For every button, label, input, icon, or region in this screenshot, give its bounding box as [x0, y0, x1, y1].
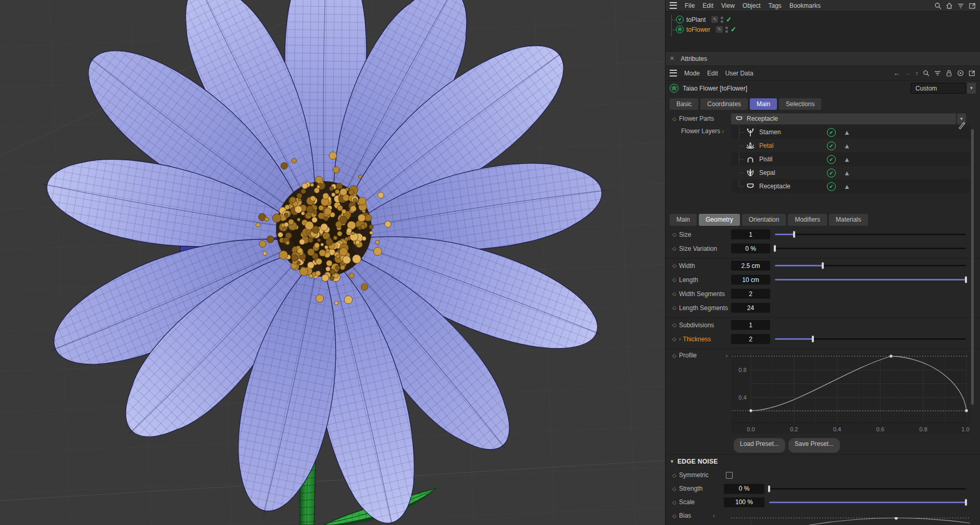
menu-file[interactable]: File	[685, 2, 695, 9]
home-icon[interactable]	[946, 2, 953, 9]
target-icon[interactable]	[957, 70, 964, 77]
object-row-toplant[interactable]: toPlant ✎ ✓	[665, 15, 732, 24]
edit-toggle-icon[interactable]: ✎	[716, 26, 723, 33]
lock-icon[interactable]	[946, 70, 953, 77]
object-row-toflower[interactable]: toFlower ✎ ✓	[665, 24, 736, 34]
expander-icon[interactable]: ›	[713, 513, 714, 519]
visibility-dots-icon[interactable]	[721, 17, 723, 23]
layer-row-pistil[interactable]: Pistil ✓ ▲	[731, 152, 970, 166]
menu-object[interactable]: Object	[743, 2, 761, 9]
scale-slider[interactable]	[769, 499, 966, 506]
tab-selections[interactable]: Selections	[779, 98, 821, 110]
enabled-check-icon[interactable]: ✓	[726, 16, 732, 23]
preset-dropdown[interactable]: Custom	[911, 83, 966, 94]
save-preset-button[interactable]: Save Preset...	[788, 438, 840, 453]
expander-icon[interactable]: ›	[726, 353, 727, 358]
layer-row-receptacle[interactable]: Receptacle ✓ ▲	[731, 180, 970, 193]
menu-edit[interactable]: Edit	[702, 2, 713, 9]
viewport-3d[interactable]	[0, 0, 665, 525]
keyframe-diamond-icon[interactable]: ◇	[670, 500, 679, 505]
keyframe-diamond-icon[interactable]: ◇	[670, 472, 679, 478]
hamburger-menu-icon[interactable]	[670, 70, 677, 76]
close-icon[interactable]: ✕	[670, 55, 674, 62]
length-segments-input[interactable]: 24	[731, 303, 770, 313]
enabled-check-icon[interactable]: ✓	[827, 169, 836, 177]
layer-row-petal[interactable]: Petal ✓ ▲	[731, 139, 970, 152]
filter-icon[interactable]	[934, 70, 941, 77]
keyframe-diamond-icon[interactable]: ◇	[670, 305, 679, 311]
profile-curve-editor[interactable]: 0.80.40.00.20.40.60.81.0	[731, 354, 970, 434]
tab-main[interactable]: Main	[670, 214, 697, 225]
length-input[interactable]: 10 cm	[731, 275, 770, 285]
triangle-icon[interactable]: ▲	[844, 156, 850, 163]
hamburger-menu-icon[interactable]	[670, 2, 677, 9]
search-icon[interactable]	[923, 70, 930, 77]
length-slider[interactable]	[775, 276, 966, 283]
symmetric-checkbox[interactable]	[726, 472, 733, 479]
scrollbar[interactable]	[971, 129, 974, 405]
keyframe-diamond-icon[interactable]: ◇	[670, 486, 679, 492]
keyframe-diamond-icon[interactable]: ◇	[670, 116, 679, 122]
edge-noise-header[interactable]: ▼ EDGE NOISE	[665, 455, 980, 468]
menu-mode[interactable]: Mode	[684, 70, 700, 77]
size-input[interactable]: 1	[731, 229, 770, 239]
size-variation-input[interactable]: 0 %	[731, 244, 770, 253]
keyframe-diamond-icon[interactable]: ◇	[670, 291, 679, 297]
enabled-check-icon[interactable]: ✓	[827, 142, 836, 150]
enabled-check-icon[interactable]: ✓	[827, 182, 836, 191]
triangle-icon[interactable]: ▲	[844, 170, 850, 176]
keyframe-diamond-icon[interactable]: ◇	[670, 277, 679, 283]
tab-modifiers[interactable]: Modifiers	[788, 214, 827, 225]
search-icon[interactable]	[934, 2, 941, 9]
edit-toggle-icon[interactable]: ✎	[711, 16, 718, 23]
subdivisions-input[interactable]: 1	[731, 320, 770, 330]
menu-edit[interactable]: Edit	[707, 70, 718, 77]
width-input[interactable]: 2.5 cm	[731, 261, 770, 271]
size-variation-slider[interactable]	[775, 245, 966, 252]
tab-geometry[interactable]: Geometry	[699, 214, 740, 225]
keyframe-diamond-icon[interactable]: ◇	[670, 246, 679, 251]
object-name[interactable]: toPlant	[686, 16, 706, 23]
keyframe-diamond-icon[interactable]: ◇	[670, 232, 679, 237]
bias-curve-editor[interactable]	[731, 517, 970, 525]
thickness-input[interactable]: 2	[731, 334, 770, 344]
tab-main[interactable]: Main	[750, 98, 777, 110]
width-slider[interactable]	[775, 262, 966, 269]
up-arrow-icon[interactable]: ↑	[915, 70, 919, 76]
back-arrow-icon[interactable]: ←	[894, 70, 900, 76]
keyframe-diamond-icon[interactable]: ◇	[670, 353, 679, 358]
menu-user-data[interactable]: User Data	[725, 70, 753, 77]
enabled-check-icon[interactable]: ✓	[827, 128, 836, 137]
load-preset-button[interactable]: Load Preset...	[734, 438, 785, 453]
menu-view[interactable]: View	[721, 2, 735, 9]
expander-icon[interactable]: ›	[679, 336, 681, 342]
scale-input[interactable]: 100 %	[724, 497, 764, 507]
layer-row-stamen[interactable]: Stamen ✓ ▲	[731, 125, 970, 139]
triangle-icon[interactable]: ▲	[844, 129, 850, 136]
flower-object-icon[interactable]	[676, 25, 684, 33]
keyframe-diamond-icon[interactable]: ◇	[670, 263, 679, 268]
keyframe-diamond-icon[interactable]: ◇	[670, 322, 679, 328]
keyframe-diamond-icon[interactable]: ◇	[670, 336, 679, 342]
chevron-down-icon[interactable]: ▼	[670, 459, 674, 464]
tab-orientation[interactable]: Orientation	[742, 214, 786, 225]
visibility-dots-icon[interactable]	[725, 27, 728, 33]
size-slider[interactable]	[775, 231, 966, 238]
tab-materials[interactable]: Materials	[829, 214, 868, 225]
thickness-slider[interactable]	[775, 336, 966, 342]
strength-slider[interactable]	[769, 485, 966, 492]
plant-object-icon[interactable]	[676, 16, 684, 23]
width-segments-input[interactable]: 2	[731, 289, 770, 299]
enabled-check-icon[interactable]: ✓	[827, 155, 836, 164]
filter-icon[interactable]	[957, 2, 964, 9]
menu-bookmarks[interactable]: Bookmarks	[789, 2, 821, 9]
flower-part-dropdown[interactable]: Receptacle	[731, 113, 956, 124]
open-new-window-icon[interactable]	[969, 2, 976, 9]
forward-arrow-icon[interactable]: →	[904, 70, 911, 76]
triangle-icon[interactable]: ▲	[844, 183, 850, 190]
menu-tags[interactable]: Tags	[769, 2, 782, 9]
tab-basic[interactable]: Basic	[670, 98, 698, 110]
layer-row-sepal[interactable]: Sepal ✓ ▲	[731, 166, 970, 180]
object-name[interactable]: toFlower	[686, 26, 710, 33]
open-new-window-icon[interactable]	[969, 70, 976, 77]
